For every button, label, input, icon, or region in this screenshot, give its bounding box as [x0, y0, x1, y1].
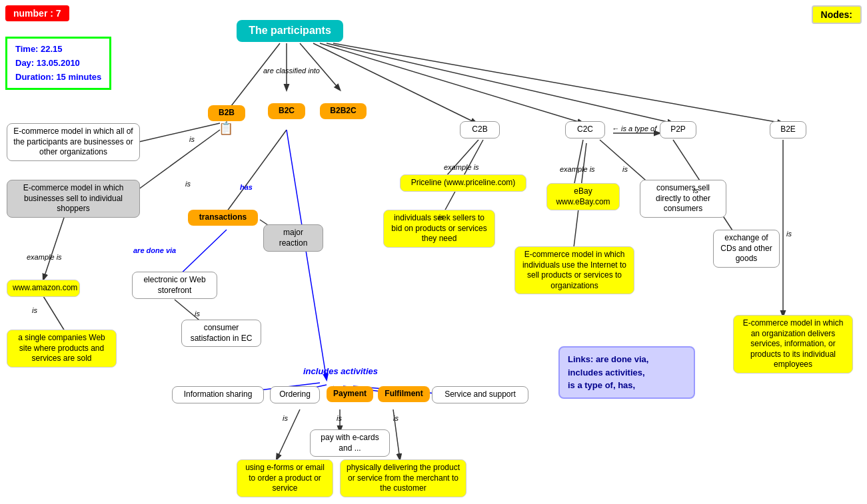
example-is-amazon: example is [27, 253, 62, 261]
electronic-storefront-node: electronic or Web storefront [132, 272, 217, 299]
svg-line-21 [277, 409, 300, 459]
svg-line-9 [223, 130, 287, 216]
links-text: Links: are done via, includes activities… [568, 354, 648, 390]
is-b2b-desc1: is [189, 135, 195, 143]
priceline-node[interactable]: Priceline (www.priceline.com) [400, 174, 526, 192]
is-c2b-label: is [438, 213, 444, 221]
includes-activities-label: includes activities [303, 366, 378, 376]
exchange-cds-node: exchange of CDs and other goods [713, 230, 780, 268]
p2p-node[interactable]: P2P [660, 121, 696, 138]
is-c2c-label: is [622, 165, 628, 173]
are-done-via-label: are done via [133, 246, 176, 254]
svg-line-12 [43, 210, 67, 280]
svg-line-5 [327, 43, 673, 123]
ordering-node[interactable]: Ordering [270, 386, 320, 403]
info-sharing-node: Information sharing [172, 386, 264, 403]
example-is-ebay: example is [560, 165, 595, 173]
example-is-priceline: example is [444, 163, 479, 171]
b2b2c-node[interactable]: B2B2C [320, 103, 367, 119]
ebay-node[interactable]: eBay www.eBay.com [546, 183, 620, 210]
b2b-node[interactable]: B2B [208, 105, 245, 121]
is-ordering-label: is [283, 414, 288, 422]
b2c-node[interactable]: B2C [268, 103, 305, 119]
ebay-text: eBay www.eBay.com [556, 186, 610, 206]
svg-line-7 [133, 123, 220, 143]
time-box: Time: 22.15 Day: 13.05.2010 Duration: 15… [5, 37, 111, 90]
is-amazon-label: is [32, 306, 37, 314]
links-box: Links: are done via, includes activities… [558, 346, 695, 399]
time-line3: Duration: 15 minutes [15, 71, 101, 85]
svg-line-14 [287, 130, 327, 379]
service-support-node: Service and support [432, 386, 528, 403]
svg-line-8 [133, 130, 220, 193]
b2e-desc-node: E-commerce model in which an organizatio… [733, 315, 853, 374]
physically-delivering-node: physically delivering the product or ser… [340, 459, 466, 497]
b2b-desc1-node: E-commerce model in which all of the par… [7, 123, 140, 161]
b2b-desc2-node: E-commerce model in which businesses sel… [7, 180, 140, 218]
is-payment-label: is [337, 414, 342, 422]
c2b-node[interactable]: C2B [460, 121, 500, 138]
time-line1: Time: 22.15 [15, 43, 101, 57]
participants-node[interactable]: The participants [237, 20, 343, 42]
time-line2: Day: 13.05.2010 [15, 57, 101, 71]
b2e-node[interactable]: B2E [770, 121, 806, 138]
number-badge: number : 7 [5, 5, 69, 21]
c2c-node[interactable]: C2C [565, 121, 605, 138]
b2b-icon: 📋 [219, 121, 233, 136]
is-b2b-desc2: is [185, 180, 191, 188]
has-label: has [240, 183, 253, 191]
transactions-node[interactable]: transactions [188, 210, 258, 226]
are-classified-label: are classified into [263, 67, 320, 75]
amazon-node[interactable]: www.amazon.com [7, 280, 80, 297]
fulfilment-node[interactable]: Fulfilment [378, 386, 430, 402]
payment-node[interactable]: Payment [327, 386, 373, 402]
is-p2p-label: is [693, 186, 698, 194]
consumers-sell-node: consumers sell directly to other consume… [640, 180, 726, 218]
nodes-badge: Nodes: [812, 5, 862, 24]
is-elec-label: is [195, 310, 200, 318]
is-fulfilment-label: is [393, 414, 399, 422]
svg-line-0 [227, 43, 280, 112]
is-b2e-label: is [786, 230, 792, 238]
using-eforms-node: using e-forms or email to order a produc… [237, 459, 333, 497]
consumer-satisfaction-node: consumer satisfaction in EC [181, 320, 261, 347]
major-reaction-node: major reaction [263, 224, 323, 252]
c2c-desc-node: E-commerce model in which individuals us… [514, 246, 634, 294]
is-a-type-of-label: ← is a type of → [612, 125, 666, 132]
single-company-node: a single companies Web site where produc… [7, 330, 117, 368]
svg-line-6 [333, 43, 783, 123]
pay-ecards-node: pay with e-cards and ... [310, 429, 390, 457]
